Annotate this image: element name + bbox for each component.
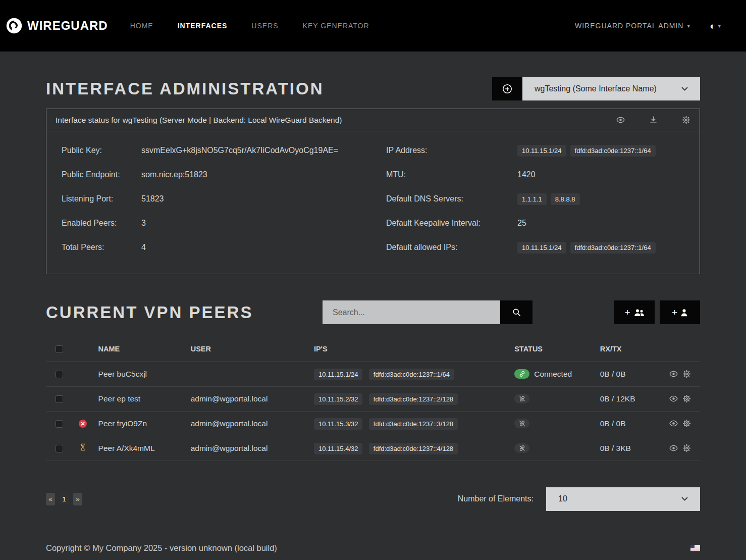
pagination-next[interactable]: » (73, 493, 82, 505)
public-endpoint-row: Public Endpoint: som.nicr.ep:51823 (62, 163, 386, 187)
peer-name[interactable]: Peer A/Xk4mML (98, 436, 191, 461)
enabled-peers-label: Enabled Peers: (62, 219, 141, 228)
gear-icon (682, 370, 691, 378)
total-peers-label: Total Peers: (62, 243, 141, 252)
brand[interactable]: WIREGUARD (6, 18, 108, 34)
peer-view-button[interactable] (669, 419, 678, 428)
gear-icon (682, 394, 691, 403)
peer-view-button[interactable] (669, 370, 678, 378)
search-button[interactable] (500, 300, 532, 324)
peer-search-group (323, 300, 532, 324)
table-row[interactable]: Peer A/Xk4mML admin@wgportal.local 10.11… (46, 436, 700, 461)
mtu-value: 1420 (517, 170, 536, 179)
interface-settings-button[interactable] (682, 116, 690, 124)
navbar-right: WIREGUARD PORTAL ADMIN ▾ ◐ ▾ (575, 21, 721, 31)
public-endpoint-label: Public Endpoint: (62, 170, 141, 179)
ip-address-label: IP Address: (386, 146, 517, 155)
us-flag-icon[interactable] (690, 545, 700, 551)
eye-icon (669, 394, 678, 403)
peer-name[interactable]: Peer fryiO9Zn (98, 411, 191, 436)
add-multiple-peers-button[interactable]: + (614, 300, 655, 324)
ip-badge: fdfd:d3ad:c0de:1237::1/64 (570, 145, 656, 157)
dns-badge: 8.8.8.8 (551, 193, 580, 205)
peer-search-input[interactable] (323, 300, 500, 324)
peers-section-title: CURRENT VPN PEERS (46, 303, 253, 322)
add-peer-button[interactable]: + (660, 300, 700, 324)
page-head: INTERFACE ADMINISTRATION wgTesting (Some… (46, 77, 700, 100)
wireguard-logo-icon (6, 18, 22, 34)
brand-name: WIREGUARD (27, 19, 108, 33)
keepalive-row: Default Keepalive Interval: 25 (386, 211, 684, 235)
nav-item-interfaces[interactable]: INTERFACES (178, 22, 228, 30)
peer-settings-button[interactable] (682, 444, 691, 452)
eye-icon (669, 419, 678, 428)
page-size-select[interactable]: 10 (546, 487, 700, 511)
pagination-page-1[interactable]: 1 (60, 493, 69, 505)
row-checkbox[interactable] (56, 420, 63, 428)
peer-settings-button[interactable] (682, 419, 691, 428)
peer-rxtx: 0B / 3KB (600, 436, 669, 461)
pagination: « 1 » (46, 493, 82, 505)
row-checkbox[interactable] (56, 371, 63, 378)
enabled-peers-row: Enabled Peers: 3 (62, 211, 386, 235)
link-icon (514, 369, 529, 379)
page-size-group: Number of Elements: 10 (458, 487, 700, 511)
peer-ip6-badge: fdfd:d3ad:c0de:1237::3/128 (369, 418, 458, 430)
public-key-value: ssvmEelxG+k8jsNO5G7cq5r/Ak7IiCodAvOyoCg1… (141, 146, 338, 155)
peer-name[interactable]: Peer ep test (98, 386, 191, 411)
nav-item-users[interactable]: USERS (251, 22, 278, 30)
status-badge (514, 419, 600, 428)
allowed-ip-badge: 10.11.15.1/24 (517, 242, 566, 253)
x-circle-icon (79, 420, 87, 428)
public-key-row: Public Key: ssvmEelxG+k8jsNO5G7cq5r/Ak7I… (62, 138, 386, 163)
dns-badge: 1.1.1.1 (517, 193, 547, 205)
peer-user: admin@wgportal.local (191, 411, 314, 436)
nav-item-home[interactable]: HOME (130, 22, 153, 30)
peer-user (191, 362, 314, 386)
row-checkbox[interactable] (56, 395, 63, 403)
total-peers-row: Total Peers: 4 (62, 235, 386, 260)
row-checkbox[interactable] (56, 445, 63, 452)
peer-view-button[interactable] (669, 394, 678, 403)
allowed-ip-badge: fdfd:d3ad:c0de:1237::1/64 (570, 242, 656, 253)
peer-add-buttons: + + (614, 300, 700, 324)
top-navbar: WIREGUARD HOME INTERFACES USERS KEY GENE… (0, 0, 746, 52)
table-row[interactable]: Peer buC5cxjl 10.11.15.1/24 fdfd:d3ad:c0… (46, 362, 700, 386)
peer-name[interactable]: Peer buC5cxjl (98, 362, 191, 386)
peer-settings-button[interactable] (682, 370, 691, 378)
peer-view-button[interactable] (669, 444, 678, 452)
search-icon (512, 308, 521, 317)
table-row[interactable]: Peer fryiO9Zn admin@wgportal.local 10.11… (46, 411, 700, 436)
select-all-checkbox[interactable] (56, 345, 63, 353)
peer-settings-button[interactable] (682, 394, 691, 403)
keepalive-value: 25 (517, 219, 526, 228)
table-row[interactable]: Peer ep test admin@wgportal.local 10.11.… (46, 386, 700, 411)
admin-menu-dropdown[interactable]: WIREGUARD PORTAL ADMIN ▾ (575, 22, 690, 30)
theme-toggle-dropdown[interactable]: ◐ ▾ (710, 21, 721, 31)
download-config-button[interactable] (649, 116, 658, 124)
dns-servers-label: Default DNS Servers: (386, 194, 517, 203)
nav-item-key-generator[interactable]: KEY GENERATOR (303, 22, 369, 30)
peer-ip4-badge: 10.11.15.1/24 (314, 369, 363, 380)
pagination-prev[interactable]: « (46, 493, 55, 505)
copyright-text: Copyright © My Company 2025 - version un… (46, 543, 277, 553)
view-config-button[interactable] (616, 116, 625, 124)
status-badge: Connected (514, 369, 600, 379)
keepalive-label: Default Keepalive Interval: (386, 219, 517, 228)
enabled-peers-value: 3 (141, 219, 146, 228)
col-header-name: NAME (98, 336, 191, 362)
ip-badge: 10.11.15.1/24 (517, 145, 566, 157)
download-icon (649, 116, 658, 124)
allowed-ips-label: Default allowed IPs: (386, 243, 517, 252)
chevron-down-icon: ▾ (718, 23, 721, 29)
interface-select[interactable]: wgTesting (Some Interface Name) (522, 77, 700, 100)
status-card-actions (616, 116, 690, 124)
page-size-value: 10 (558, 494, 567, 503)
status-badge (514, 394, 600, 403)
mtu-label: MTU: (386, 170, 517, 179)
ip-address-row: IP Address: 10.11.15.1/24 fdfd:d3ad:c0de… (386, 138, 684, 163)
status-badge (514, 443, 600, 453)
peers-head: CURRENT VPN PEERS + + (46, 300, 700, 324)
add-interface-button[interactable] (492, 77, 522, 100)
col-header-rxtx: RX/TX (600, 336, 669, 362)
